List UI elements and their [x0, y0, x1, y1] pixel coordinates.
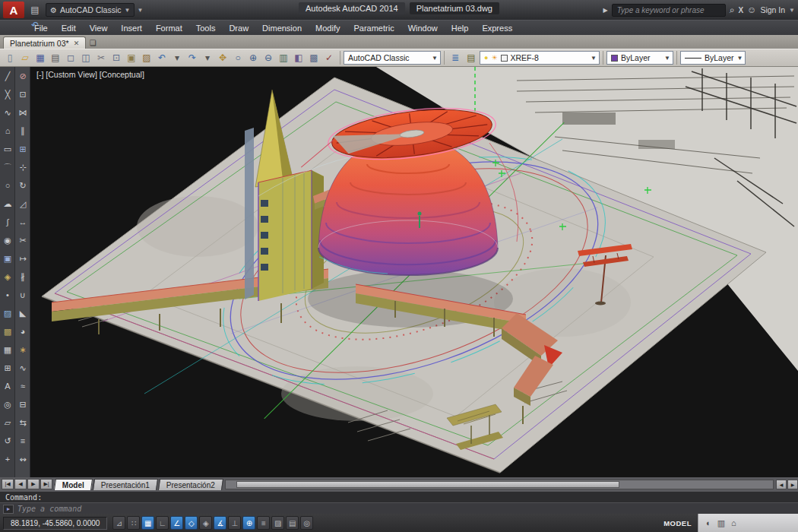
design-center-icon[interactable]: ◧ — [291, 50, 306, 65]
menu-item[interactable]: File — [27, 21, 55, 35]
hatch-tool[interactable]: ▨ — [0, 304, 15, 322]
polygon-tool[interactable]: ⌂ — [0, 122, 15, 140]
app-menu-button[interactable]: A — [3, 2, 24, 18]
stretch-tool[interactable]: ↔ — [15, 213, 30, 231]
reverse-tool[interactable]: ⇆ — [15, 413, 30, 432]
menu-item[interactable]: Window — [401, 21, 445, 35]
array-edit-tool[interactable]: ⊟ — [15, 395, 30, 413]
menu-item[interactable]: Format — [149, 21, 189, 35]
properties-icon[interactable]: ▥ — [276, 50, 291, 65]
move-tool[interactable]: ⊹ — [15, 158, 30, 176]
offset-tool[interactable]: ∥ — [15, 122, 30, 140]
scroll-left-button[interactable]: ◀ — [776, 480, 787, 489]
menu-item[interactable]: Help — [445, 21, 476, 35]
point-tool[interactable]: • — [0, 286, 15, 304]
menu-item[interactable]: Dimension — [255, 21, 309, 35]
dynamic-ucs-toggle[interactable]: ⊥ — [228, 516, 241, 530]
object-snap-tracking-toggle[interactable]: ∡ — [214, 516, 226, 530]
plot-preview-icon[interactable]: ◻ — [63, 50, 78, 65]
layout-tab[interactable]: Presentación1 — [93, 479, 158, 490]
menu-item[interactable]: View — [83, 21, 115, 35]
dynamic-input-toggle[interactable]: ⊕ — [242, 516, 255, 530]
insert-block-tool[interactable]: ▣ — [0, 249, 15, 268]
wipeout-tool[interactable]: ▱ — [0, 413, 15, 432]
join-tool[interactable]: ∪ — [15, 286, 30, 304]
ellipse-tool[interactable]: ◉ — [0, 231, 15, 249]
selection-cycling-toggle[interactable]: ◎ — [300, 516, 313, 530]
polyline-tool[interactable]: ∿ — [0, 103, 15, 122]
workspace-switch-icon[interactable]: ⌂ — [731, 518, 736, 527]
layout-tab[interactable]: Presentación2 — [158, 479, 223, 490]
table-tool[interactable]: ⊞ — [0, 359, 15, 377]
explode-tool[interactable]: ∗ — [15, 340, 30, 359]
menu-item[interactable]: Tools — [189, 21, 223, 35]
snap-mode-toggle[interactable]: ∷ — [127, 516, 140, 530]
viewport-menu-control[interactable]: [-] — [36, 70, 43, 79]
layer-on-icon[interactable]: ● — [484, 54, 488, 62]
3d-object-snap-toggle[interactable]: ◈ — [199, 516, 212, 530]
model-space-indicator[interactable]: MODEL — [659, 519, 696, 527]
zoom-previous-icon[interactable]: ⊖ — [261, 50, 276, 65]
array-tool[interactable]: ⊞ — [15, 140, 30, 158]
multiline-text-tool[interactable]: A — [0, 377, 15, 395]
qat-customize-caret-icon[interactable]: ▼ — [137, 7, 143, 14]
pan-icon[interactable]: ✥ — [215, 50, 230, 65]
infer-constraints-toggle[interactable]: ⊿ — [112, 516, 125, 530]
pedit-tool[interactable]: ∿ — [15, 359, 30, 377]
command-input[interactable] — [17, 505, 798, 513]
plot-icon[interactable]: ▤ — [48, 50, 63, 65]
revision-cloud-tool[interactable]: ☁ — [0, 195, 15, 213]
helix-tool[interactable]: ↺ — [0, 432, 15, 450]
copy-icon[interactable]: ⊡ — [109, 50, 124, 65]
erase-tool[interactable]: ⊘ — [15, 67, 30, 85]
donut-tool[interactable]: ◎ — [0, 395, 15, 413]
arc-tool[interactable]: ⌒ — [0, 158, 15, 176]
trim-tool[interactable]: ✂ — [15, 231, 30, 249]
region-tool[interactable]: ▦ — [0, 340, 15, 359]
grid-display-toggle[interactable]: ▦ — [141, 516, 154, 530]
circle-tool[interactable]: ○ — [0, 176, 15, 195]
spline-tool[interactable]: ∫ — [0, 213, 15, 231]
drawing-viewport[interactable]: [-] [Custom View] [Conceptual] — [30, 67, 798, 477]
redo-icon[interactable]: ↷ — [185, 50, 200, 65]
lengthen-tool[interactable]: ↭ — [15, 450, 30, 468]
align-tool[interactable]: ≡ — [15, 432, 30, 450]
search-input[interactable] — [612, 4, 726, 17]
first-tab-button[interactable]: |◀ — [2, 479, 14, 489]
workspace-combo[interactable]: ⚙ AutoCAD Classic ▼ — [46, 3, 135, 17]
add-selected-tool[interactable]: + — [0, 450, 15, 468]
close-tab-icon[interactable]: ✕ — [74, 40, 80, 47]
copy-tool[interactable]: ⊡ — [15, 85, 30, 103]
sign-in-caret-icon[interactable]: ▼ — [789, 7, 795, 14]
annotation-visibility-icon[interactable]: ◐ — [706, 518, 711, 527]
menu-item[interactable]: Insert — [114, 21, 149, 35]
make-block-tool[interactable]: ◈ — [0, 268, 15, 286]
workspace-toolbar-combo[interactable]: AutoCAD Classic ▼ — [344, 51, 441, 65]
redo-caret-icon[interactable]: ▾ — [200, 50, 215, 65]
layer-combo[interactable]: ● ☀ XREF-8 ▼ — [480, 51, 600, 65]
menu-item[interactable]: Draw — [222, 21, 255, 35]
last-tab-button[interactable]: ▶| — [40, 479, 52, 489]
sign-in-button[interactable]: Sign In — [760, 5, 785, 14]
line-tool[interactable]: ╱ — [0, 67, 15, 85]
lineweight-toggle[interactable]: ≡ — [257, 516, 270, 530]
markup-icon[interactable]: ✓ — [321, 50, 337, 65]
match-properties-icon[interactable]: ▨ — [139, 50, 154, 65]
extend-tool[interactable]: ↦ — [15, 249, 30, 268]
zoom-window-icon[interactable]: ⊕ — [245, 50, 261, 65]
exchange-apps-icon[interactable]: X — [738, 6, 743, 14]
linetype-combo[interactable]: ByLayer ▼ — [680, 51, 746, 65]
menu-item[interactable]: Edit — [55, 21, 83, 35]
coordinate-readout[interactable]: 88.1819, -45.5860, 0.0000 — [3, 517, 107, 530]
menu-item[interactable]: Modify — [309, 21, 347, 35]
quick-properties-toggle[interactable]: ▤ — [286, 516, 299, 530]
document-tab[interactable]: Planetatrium 03* ✕ — [3, 36, 86, 49]
chamfer-tool[interactable]: ◣ — [15, 304, 30, 322]
save-icon[interactable]: ▦ — [33, 50, 48, 65]
menu-item[interactable]: Express — [475, 21, 519, 35]
publish-icon[interactable]: ◫ — [78, 50, 93, 65]
tool-palettes-icon[interactable]: ▩ — [306, 50, 321, 65]
color-combo[interactable]: ByLayer ▼ — [606, 51, 673, 65]
spline-edit-tool[interactable]: ≈ — [15, 377, 30, 395]
ortho-mode-toggle[interactable]: ∟ — [156, 516, 169, 530]
